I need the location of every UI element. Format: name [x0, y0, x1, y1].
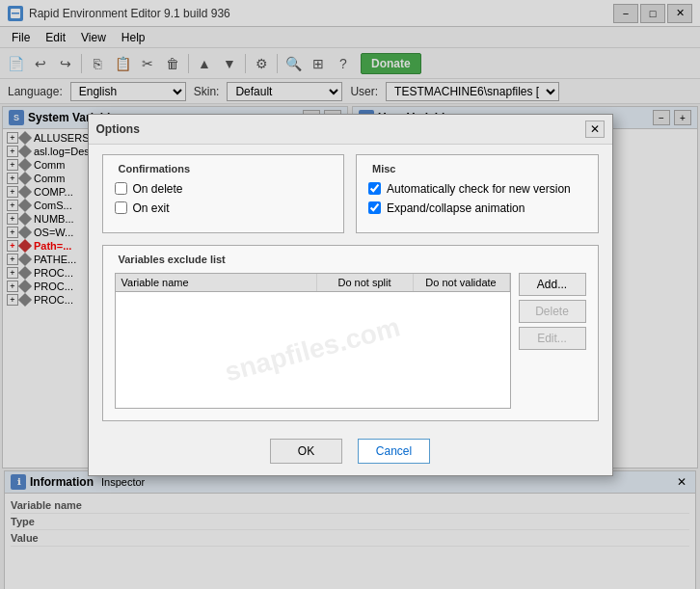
exclude-legend: Variables exclude list — [115, 254, 586, 265]
watermark: snapfiles.com — [222, 311, 404, 388]
exclude-table-inner: snapfiles.com — [116, 292, 510, 408]
expand-anim-row: Expand/collapse animation — [368, 201, 586, 215]
add-button[interactable]: Add... — [519, 273, 586, 296]
col-variable-name: Variable name — [116, 274, 317, 291]
dialog-footer: OK Cancel — [89, 431, 612, 475]
confirmations-legend: Confirmations — [115, 163, 333, 174]
misc-legend: Misc — [368, 163, 586, 174]
on-exit-label[interactable]: On exit — [133, 201, 170, 215]
dialog-sections: Confirmations On delete On exit Misc — [102, 154, 599, 233]
dialog-body: Confirmations On delete On exit Misc — [89, 145, 612, 431]
on-delete-checkbox[interactable] — [115, 182, 127, 195]
edit-button[interactable]: Edit... — [519, 327, 586, 350]
on-exit-row: On exit — [115, 201, 333, 215]
auto-check-row: Automatically check for new version — [368, 182, 586, 196]
exclude-col-header: Variable name Do not split Do not valida… — [116, 274, 510, 292]
expand-anim-checkbox[interactable] — [368, 201, 381, 214]
misc-section: Misc Automatically check for new version… — [356, 154, 599, 233]
confirmations-section: Confirmations On delete On exit — [102, 154, 345, 233]
dialog-close-button[interactable]: ✕ — [585, 120, 605, 138]
auto-check-label[interactable]: Automatically check for new version — [387, 182, 571, 196]
auto-check-checkbox[interactable] — [368, 182, 381, 195]
cancel-button[interactable]: Cancel — [358, 439, 430, 464]
delete-button[interactable]: Delete — [519, 300, 586, 323]
ok-button[interactable]: OK — [270, 439, 342, 464]
dialog-title-bar: Options ✕ — [89, 115, 612, 145]
dialog-title: Options — [96, 122, 585, 136]
col-no-validate: Do not validate — [414, 274, 510, 291]
exclude-table: Variable name Do not split Do not valida… — [115, 273, 511, 409]
on-exit-checkbox[interactable] — [115, 201, 127, 214]
exclude-header: Variable name Do not split Do not valida… — [115, 273, 586, 409]
modal-overlay: Options ✕ Confirmations On delete On exi… — [0, 0, 700, 589]
expand-anim-label[interactable]: Expand/collapse animation — [387, 201, 525, 215]
exclude-section: Variables exclude list Variable name Do … — [102, 245, 599, 421]
on-delete-row: On delete — [115, 182, 333, 196]
col-no-split: Do not split — [317, 274, 414, 291]
options-dialog: Options ✕ Confirmations On delete On exi… — [88, 114, 613, 476]
exclude-table-area: Variable name Do not split Do not valida… — [115, 273, 511, 409]
on-delete-label[interactable]: On delete — [133, 182, 183, 196]
exclude-buttons: Add... Delete Edit... — [519, 273, 586, 350]
